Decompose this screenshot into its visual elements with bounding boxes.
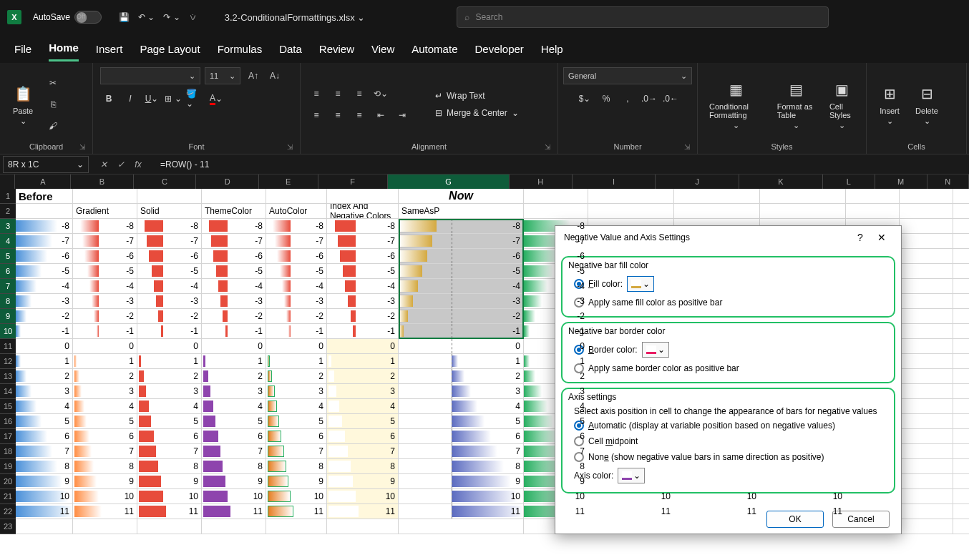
cell[interactable] (953, 444, 969, 459)
cell[interactable]: 10 (202, 489, 266, 504)
cut-icon[interactable]: ✂ (44, 74, 62, 92)
cell[interactable] (953, 264, 969, 279)
axis-color-dropdown[interactable]: ⌄ (618, 468, 645, 483)
cell[interactable]: 7 (399, 444, 524, 459)
cell[interactable] (953, 339, 969, 354)
cell[interactable]: -7 (137, 234, 202, 249)
cell[interactable] (846, 204, 900, 219)
undo-icon[interactable]: ↶ ⌄ (138, 12, 155, 22)
cell[interactable] (137, 519, 202, 534)
paste-button[interactable]: 📋 Paste⌄ (7, 81, 39, 127)
conditional-formatting-button[interactable]: ▦Conditional Formatting ⌄ (705, 77, 767, 132)
row-header[interactable]: 10 (0, 324, 16, 339)
cell[interactable]: 9 (399, 474, 524, 489)
cell[interactable]: 4 (266, 399, 327, 414)
row-header[interactable]: 1 (0, 189, 16, 204)
cell[interactable] (327, 519, 399, 534)
cell[interactable]: -2 (73, 309, 137, 324)
underline-icon[interactable]: U ⌄ (143, 90, 160, 107)
cell[interactable]: 1 (327, 354, 399, 369)
cell[interactable]: 3 (16, 384, 73, 399)
cell[interactable]: -4 (137, 279, 202, 294)
cell[interactable] (953, 189, 969, 204)
cell[interactable]: -3 (73, 294, 137, 309)
formula-input[interactable]: =ROW() - 11 (160, 159, 209, 170)
cell[interactable] (900, 339, 953, 354)
font-name-dropdown[interactable]: ⌄ (100, 67, 200, 84)
cell[interactable]: -8 (16, 219, 73, 234)
cell[interactable] (900, 354, 953, 369)
column-header[interactable]: M (875, 175, 927, 189)
cell[interactable] (760, 189, 846, 204)
align-center-icon[interactable]: ≡ (329, 107, 346, 124)
cell[interactable] (900, 414, 953, 429)
decrease-indent-icon[interactable]: ⇤ (372, 107, 389, 124)
cell[interactable] (73, 189, 137, 204)
cell[interactable]: -6 (327, 249, 399, 264)
cell[interactable] (900, 264, 953, 279)
cell[interactable]: 3 (327, 384, 399, 399)
cell[interactable] (953, 519, 969, 534)
redo-icon[interactable]: ↷ ⌄ (163, 12, 180, 22)
align-top-icon[interactable]: ≡ (308, 85, 325, 102)
cell[interactable]: -7 (266, 234, 327, 249)
format-as-table-button[interactable]: ▤Format as Table ⌄ (773, 77, 819, 132)
cell[interactable]: 6 (327, 429, 399, 444)
cell[interactable]: 10 (266, 489, 327, 504)
cell[interactable]: 9 (202, 474, 266, 489)
fx-icon[interactable]: fx (130, 159, 146, 170)
cell[interactable]: -3 (16, 294, 73, 309)
cell[interactable] (16, 204, 73, 219)
cell[interactable]: 11 (266, 504, 327, 519)
cell[interactable]: Now (399, 189, 524, 204)
cell[interactable]: -2 (202, 309, 266, 324)
ok-button[interactable]: OK (766, 511, 824, 528)
cell[interactable]: 2 (399, 369, 524, 384)
cell[interactable]: 7 (73, 444, 137, 459)
font-size-dropdown[interactable]: 11⌄ (205, 67, 240, 84)
cell[interactable] (953, 219, 969, 234)
increase-indent-icon[interactable]: ⇥ (394, 107, 411, 124)
cell[interactable]: -5 (266, 264, 327, 279)
cell[interactable] (900, 249, 953, 264)
cell-styles-button[interactable]: ▣Cell Styles ⌄ (825, 77, 859, 132)
cell[interactable] (900, 279, 953, 294)
row-header[interactable]: 7 (0, 279, 16, 294)
cell[interactable]: 1 (137, 354, 202, 369)
cell[interactable] (900, 384, 953, 399)
row-header[interactable]: 4 (0, 234, 16, 249)
cell[interactable]: -7 (16, 234, 73, 249)
toggle-switch[interactable]: Off (74, 11, 102, 24)
cell[interactable]: 3 (73, 384, 137, 399)
cell[interactable] (202, 189, 266, 204)
cell[interactable]: -5 (137, 264, 202, 279)
cell[interactable] (900, 459, 953, 474)
dialog-launcher-icon[interactable]: ⇲ (545, 143, 550, 151)
cell[interactable] (760, 204, 846, 219)
cell[interactable] (900, 189, 953, 204)
cell[interactable]: -8 (266, 219, 327, 234)
cell[interactable] (900, 444, 953, 459)
tab-automate[interactable]: Automate (412, 37, 457, 61)
search-input[interactable]: ⌕ Search (457, 6, 829, 28)
cell[interactable]: -3 (202, 294, 266, 309)
fill-color-icon[interactable]: 🪣⌄ (186, 90, 203, 107)
column-header[interactable]: D (196, 175, 259, 189)
row-header[interactable]: 16 (0, 414, 16, 429)
column-header[interactable]: C (134, 175, 197, 189)
cell[interactable] (953, 429, 969, 444)
cell[interactable] (73, 519, 137, 534)
dialog-launcher-icon[interactable]: ⇲ (79, 143, 85, 151)
cell[interactable]: -7 (202, 234, 266, 249)
cell[interactable] (202, 519, 266, 534)
cell[interactable] (137, 189, 202, 204)
cell[interactable] (953, 249, 969, 264)
cell[interactable]: -8 (399, 219, 524, 234)
cell[interactable]: 6 (202, 429, 266, 444)
cell[interactable]: 3 (266, 384, 327, 399)
row-header[interactable]: 2 (0, 204, 16, 219)
cell[interactable]: 11 (137, 504, 202, 519)
cell[interactable]: 6 (266, 429, 327, 444)
cell[interactable]: 5 (327, 414, 399, 429)
number-format-dropdown[interactable]: General⌄ (563, 67, 692, 84)
